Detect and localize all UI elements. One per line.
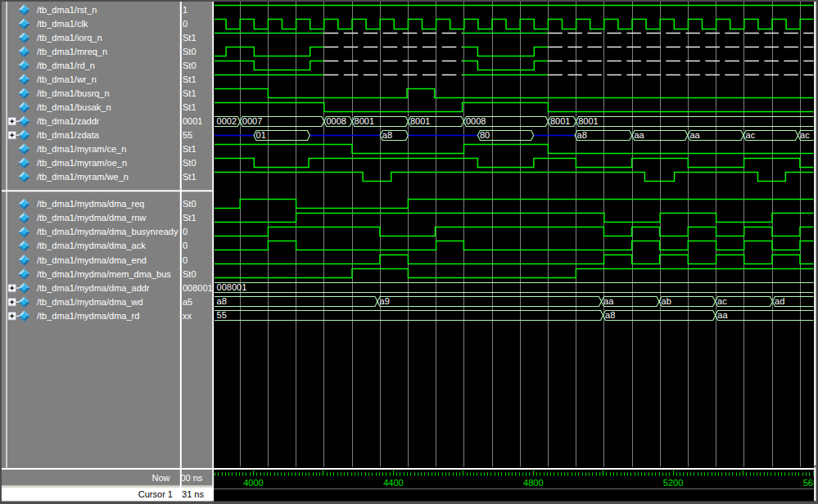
svg-text:8001: 8001	[550, 116, 570, 126]
svg-text:St0: St0	[183, 61, 197, 70]
svg-text:St0: St0	[183, 269, 197, 279]
svg-text:/tb_dma1/mreq_n: /tb_dma1/mreq_n	[37, 47, 107, 56]
svg-text:/tb_dma1/rst_n: /tb_dma1/rst_n	[37, 5, 97, 15]
svg-text:St1: St1	[183, 213, 197, 223]
svg-text:St1: St1	[183, 33, 197, 43]
svg-text:a8: a8	[577, 130, 587, 140]
svg-text:0001: 0001	[183, 116, 202, 126]
svg-text:St1: St1	[183, 144, 197, 154]
svg-text:St1: St1	[183, 74, 197, 84]
svg-text:55: 55	[183, 130, 192, 140]
svg-text:a9: a9	[380, 296, 390, 306]
svg-text:a8: a8	[382, 130, 392, 140]
svg-text:ac: ac	[800, 130, 810, 140]
svg-text:/tb_dma1/mydma/dma_addr: /tb_dma1/mydma/dma_addr	[37, 283, 150, 293]
svg-text:aa: aa	[717, 310, 728, 320]
svg-text:Now: Now	[151, 473, 169, 483]
svg-text:0002: 0002	[217, 116, 237, 126]
svg-text:St1: St1	[183, 102, 197, 112]
svg-text:80: 80	[480, 130, 490, 140]
svg-text:a5: a5	[183, 297, 192, 307]
svg-text:St1: St1	[183, 88, 197, 98]
svg-text:/tb_dma1/busak_n: /tb_dma1/busak_n	[37, 102, 111, 112]
svg-text:aa: aa	[603, 296, 614, 306]
svg-text:xx: xx	[183, 311, 192, 321]
svg-text:/tb_dma1/rd_n: /tb_dma1/rd_n	[37, 61, 95, 70]
svg-text:/tb_dma1/mydma/dma_req: /tb_dma1/mydma/dma_req	[37, 199, 144, 209]
svg-text:4800: 4800	[523, 478, 543, 488]
svg-text:ac: ac	[746, 130, 756, 140]
svg-text:/tb_dma1/mydma/dma_rd: /tb_dma1/mydma/dma_rd	[37, 311, 139, 321]
svg-text:St0: St0	[183, 47, 197, 56]
svg-text:a8: a8	[605, 310, 615, 320]
svg-text:ab: ab	[662, 296, 671, 306]
svg-text:/tb_dma1/iorq_n: /tb_dma1/iorq_n	[37, 33, 102, 43]
svg-text:/tb_dma1/mydma/dma_wd: /tb_dma1/mydma/dma_wd	[37, 297, 143, 307]
svg-text:Cursor 1: Cursor 1	[138, 489, 173, 499]
svg-text:St0: St0	[183, 158, 197, 168]
svg-text:ad: ad	[775, 296, 784, 306]
svg-text:0: 0	[183, 241, 188, 250]
svg-text:008001: 008001	[183, 283, 213, 293]
svg-text:8001: 8001	[355, 116, 374, 126]
svg-text:ac: ac	[717, 296, 727, 306]
svg-text:St0: St0	[183, 199, 197, 209]
svg-text:/tb_dma1/myram/oe_n: /tb_dma1/myram/oe_n	[37, 158, 127, 168]
svg-text:/tb_dma1/myram/we_n: /tb_dma1/myram/we_n	[37, 172, 129, 182]
svg-text:/tb_dma1/mydma/dma_end: /tb_dma1/mydma/dma_end	[37, 255, 147, 265]
svg-text:1: 1	[183, 5, 188, 15]
svg-text:/tb_dma1/zdata: /tb_dma1/zdata	[37, 130, 100, 140]
svg-text:/tb_dma1/mydma/dma_ack: /tb_dma1/mydma/dma_ack	[37, 241, 146, 250]
svg-text:0007: 0007	[242, 116, 262, 126]
svg-text:/tb_dma1/mydma/dma_rnw: /tb_dma1/mydma/dma_rnw	[37, 213, 146, 223]
svg-text:4000: 4000	[243, 478, 263, 488]
svg-text:/tb_dma1/busrq_n: /tb_dma1/busrq_n	[37, 88, 110, 98]
svg-text:/tb_dma1/mydma/dma_busynready: /tb_dma1/mydma/dma_busynready	[37, 227, 179, 236]
svg-text:/tb_dma1/mydma/mem_dma_bus: /tb_dma1/mydma/mem_dma_bus	[37, 269, 171, 279]
svg-text:4400: 4400	[383, 478, 403, 488]
svg-text:St1: St1	[183, 172, 197, 182]
svg-text:0008: 0008	[326, 116, 346, 126]
svg-text:aa: aa	[689, 130, 700, 140]
svg-text:a8: a8	[217, 296, 227, 306]
svg-text:/tb_dma1/wr_n: /tb_dma1/wr_n	[37, 74, 97, 84]
svg-text:/tb_dma1/zaddr: /tb_dma1/zaddr	[37, 116, 100, 126]
svg-text:/tb_dma1/clk: /tb_dma1/clk	[37, 19, 88, 29]
svg-text:8001: 8001	[578, 116, 598, 126]
svg-text:0: 0	[183, 19, 188, 29]
svg-text:55: 55	[217, 310, 227, 320]
svg-text:0: 0	[183, 255, 188, 265]
svg-text:aa: aa	[634, 130, 644, 140]
svg-text:008001: 008001	[217, 282, 247, 292]
svg-text:0008: 0008	[466, 116, 486, 126]
svg-text:/tb_dma1/myram/ce_n: /tb_dma1/myram/ce_n	[37, 144, 126, 154]
svg-text:01: 01	[256, 130, 266, 140]
svg-text:5200: 5200	[663, 478, 683, 488]
svg-text:0: 0	[183, 227, 188, 236]
svg-text:8001: 8001	[410, 116, 430, 126]
